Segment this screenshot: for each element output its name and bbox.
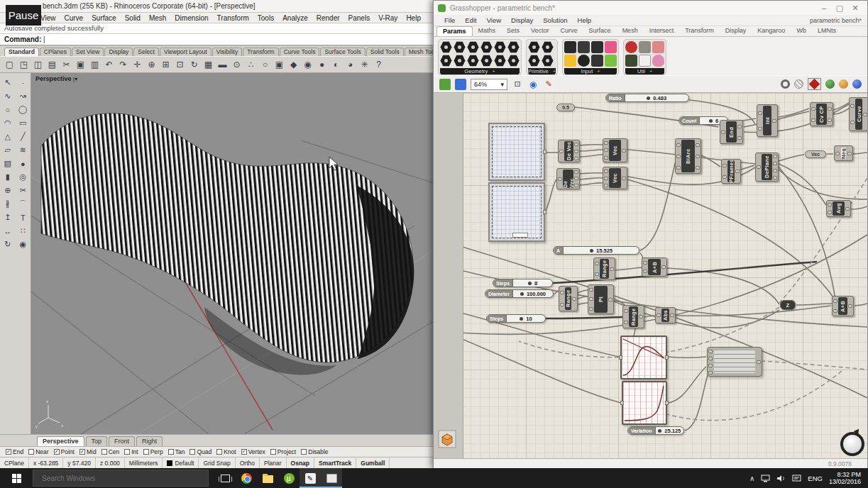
selected-only-preview-icon[interactable] (825, 79, 835, 89)
sketch-pen-icon[interactable]: ✎ (543, 79, 554, 90)
gh-component-negative[interactable]: Neg (834, 145, 853, 161)
gh-menu-item[interactable]: Display (506, 16, 538, 24)
cut-icon[interactable]: ✂ (60, 58, 73, 72)
zoom-icon[interactable]: ⊕ (145, 58, 158, 72)
gh-component-point[interactable]: Pt (588, 284, 614, 314)
maximize-button[interactable]: ▢ (832, 4, 847, 13)
rhino-menu-item[interactable]: Transform (214, 14, 253, 22)
gh-menu-item[interactable]: Solution (538, 16, 572, 24)
rhino-menu-item[interactable]: V-Ray (375, 14, 401, 22)
primitive-param-icon[interactable] (528, 55, 540, 67)
action-center-icon[interactable] (792, 475, 801, 482)
zoom-window-icon[interactable]: ⊞ (159, 58, 172, 72)
status-cell[interactable]: Ortho (236, 458, 260, 468)
pan-icon[interactable]: ✛ (131, 58, 144, 72)
rotate-view-icon[interactable]: ↻ (187, 58, 201, 72)
status-cell[interactable]: CPlane (0, 458, 29, 468)
gh-component-vec-1[interactable]: Vec (603, 138, 627, 162)
gh-component-pframes[interactable]: PFrames (721, 159, 741, 184)
graph-mapper-2[interactable] (622, 381, 667, 425)
flask-icon[interactable] (652, 55, 664, 67)
geometry-param-icon[interactable] (480, 41, 493, 53)
light-icon[interactable]: ○ (258, 58, 272, 72)
relay-icon[interactable] (639, 41, 651, 53)
tray-chevron-icon[interactable]: ∧ (749, 475, 754, 482)
start-button[interactable] (0, 468, 33, 488)
extrude-tool-icon[interactable]: ↥ (0, 211, 16, 224)
gh-tab-curve[interactable]: Curve (555, 26, 583, 36)
toolbar-tab-visibility[interactable]: Visibility (212, 48, 243, 56)
grasshopper-titlebar[interactable]: Grasshopper - parametric bench* – ▢ ✕ (434, 1, 867, 15)
dimension-tool-icon[interactable]: ↔ (0, 224, 16, 238)
rhino-menu-item[interactable]: Mesh (145, 14, 170, 22)
toolbar-tab-mesh-tools[interactable]: Mesh Tools (405, 48, 434, 56)
gh-tab-display[interactable]: Display (720, 26, 752, 36)
geometry-param-icon[interactable] (454, 55, 466, 67)
toolbar-tab-surface-tools[interactable]: Surface Tools (320, 48, 365, 56)
gh-component-average[interactable]: Avg (826, 200, 851, 217)
grasshopper-canvas[interactable]: Ratio 0.483 Count 6 A 15.525 Steps 8 Dia… (434, 93, 867, 458)
profiler-icon[interactable] (564, 55, 576, 67)
loft-tool-icon[interactable]: ≋ (16, 143, 31, 157)
gh-tab-kangaroo[interactable]: Kangaroo (752, 26, 791, 36)
geometry-param-icon[interactable] (480, 55, 493, 67)
rhino-menu-item[interactable]: Surface (88, 14, 119, 22)
gh-tab-params[interactable]: Params (436, 26, 473, 36)
taskbar-search[interactable] (33, 470, 209, 487)
save-document-icon[interactable] (455, 79, 466, 90)
osnap-checkbox[interactable]: Disable (301, 448, 328, 455)
polygon-tool-icon[interactable]: △ (0, 130, 16, 143)
cylinder-tool-icon[interactable]: ▮ (0, 170, 16, 184)
open-document-icon[interactable] (439, 79, 451, 90)
gh-component-range-1[interactable]: Range (593, 257, 615, 280)
gh-tab-mesh[interactable]: Mesh (617, 26, 644, 36)
toolbar-tab-set-view[interactable]: Set View (72, 48, 104, 56)
status-cell[interactable]: x -63.285 (29, 458, 63, 468)
primitive-param-icon[interactable] (542, 41, 554, 53)
slider-icon[interactable] (564, 41, 576, 53)
osnap-checkbox[interactable]: Mid (79, 448, 97, 455)
line-tool-icon[interactable]: ╱ (16, 130, 31, 143)
gh-menu-item[interactable]: Help (573, 16, 597, 24)
status-cell[interactable]: y 57.420 (63, 458, 96, 468)
gh-slider-diameter[interactable]: Diameter 100.000 (485, 289, 554, 298)
gumball-tool-icon[interactable]: ◉ (16, 238, 31, 251)
explorer-taskbar-button[interactable] (257, 468, 278, 488)
shaded-preview-icon[interactable] (808, 78, 821, 90)
array-tool-icon[interactable]: ∷ (16, 224, 31, 238)
toolbar-tab-display[interactable]: Display (104, 48, 133, 56)
color-wheel-icon[interactable]: ◉ (301, 58, 314, 72)
viewport-tab-right[interactable]: Right (136, 436, 163, 446)
gh-component-z[interactable]: Z (780, 300, 796, 310)
osnap-checkbox[interactable]: Tan (168, 448, 185, 455)
gh-component-curve-cp[interactable]: Cv CP (810, 102, 833, 126)
close-button[interactable]: ✕ (847, 4, 863, 13)
cplane-icon[interactable]: ⊙ (230, 58, 243, 72)
wireframe-preview-icon[interactable] (794, 79, 803, 89)
taskbar-clock[interactable]: 8:32 PM 13/02/2016 (829, 471, 861, 485)
gh-component-addition-1[interactable]: A+B (642, 257, 667, 277)
gh-menu-item[interactable]: Edit (460, 16, 481, 24)
split-tool-icon[interactable]: ∦ (0, 197, 16, 211)
four-viewports-icon[interactable]: ▦ (202, 58, 215, 72)
gh-menu-item[interactable]: View (482, 16, 506, 24)
box-tool-icon[interactable]: ▧ (0, 157, 16, 170)
rhino-menu-item[interactable]: Tools (254, 14, 278, 22)
galapagos-icon[interactable] (625, 55, 637, 67)
rhino-menu-item[interactable]: Render (313, 14, 344, 22)
vray-icon[interactable]: ◆ (287, 58, 300, 72)
gh-component-abs[interactable]: Abs (655, 307, 676, 323)
gh-tab-sets[interactable]: Sets (501, 26, 525, 36)
gh-component-end[interactable]: End (720, 120, 743, 144)
no-preview-icon[interactable] (781, 79, 790, 89)
viewport-tab-perspective[interactable]: Perspective (37, 436, 84, 446)
osnap-checkbox[interactable]: Perp (143, 448, 163, 455)
rhino-menu-item[interactable]: Curve (61, 14, 87, 22)
custom-preview-icon[interactable] (852, 79, 862, 89)
osnap-checkbox[interactable]: Project (270, 448, 296, 455)
gradient-icon[interactable] (605, 41, 617, 53)
gh-component-deplane[interactable]: DePlane (755, 152, 779, 182)
primitive-param-icon[interactable] (542, 55, 554, 67)
geometry-param-icon[interactable] (467, 41, 479, 53)
gh-component-devec-2[interactable]: De Vec (556, 168, 580, 189)
